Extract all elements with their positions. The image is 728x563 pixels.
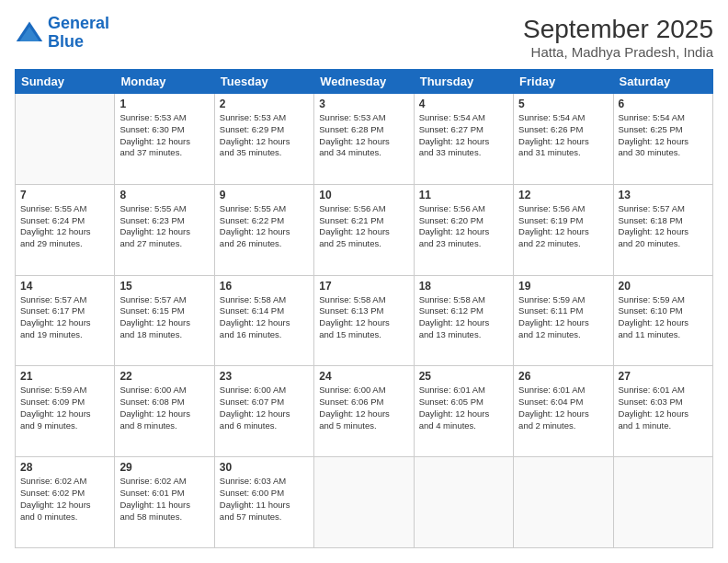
day-number: 28 — [20, 461, 109, 474]
day-number: 20 — [619, 280, 708, 293]
day-number: 21 — [20, 370, 109, 383]
day-info: Sunrise: 6:03 AMSunset: 6:00 PMDaylight:… — [220, 476, 309, 523]
calendar-cell: 4Sunrise: 5:54 AMSunset: 6:27 PMDaylight… — [414, 94, 513, 185]
calendar-cell: 27Sunrise: 6:01 AMSunset: 6:03 PMDayligh… — [613, 366, 712, 457]
day-info: Sunrise: 6:01 AMSunset: 6:05 PMDaylight:… — [419, 385, 508, 431]
logo-line2: Blue — [48, 32, 84, 51]
calendar-week-4: 21Sunrise: 5:59 AMSunset: 6:09 PMDayligh… — [16, 366, 713, 457]
calendar-cell: 12Sunrise: 5:56 AMSunset: 6:19 PMDayligh… — [514, 184, 613, 275]
logo-line1: General — [48, 14, 109, 32]
day-info: Sunrise: 5:57 AMSunset: 6:17 PMDaylight:… — [20, 294, 109, 341]
calendar-cell: 16Sunrise: 5:58 AMSunset: 6:14 PMDayligh… — [214, 275, 313, 366]
day-number: 9 — [220, 189, 309, 201]
calendar-cell: 9Sunrise: 5:55 AMSunset: 6:22 PMDaylight… — [214, 184, 313, 275]
calendar-cell: 19Sunrise: 5:59 AMSunset: 6:11 PMDayligh… — [514, 275, 613, 366]
day-number: 4 — [419, 98, 508, 110]
calendar-table: Sunday Monday Tuesday Wednesday Thursday… — [15, 69, 713, 548]
calendar-cell — [314, 457, 414, 548]
day-info: Sunrise: 5:54 AMSunset: 6:26 PMDaylight:… — [518, 112, 608, 159]
day-number: 6 — [619, 98, 708, 110]
day-number: 10 — [319, 189, 408, 201]
calendar-cell: 18Sunrise: 5:58 AMSunset: 6:12 PMDayligh… — [414, 275, 513, 366]
day-number: 23 — [220, 370, 309, 383]
day-info: Sunrise: 6:02 AMSunset: 6:02 PMDaylight:… — [20, 476, 109, 523]
col-friday: Friday — [514, 70, 613, 94]
day-number: 13 — [619, 189, 708, 201]
main-title: September 2025 — [523, 15, 713, 44]
day-number: 22 — [119, 370, 209, 383]
day-info: Sunrise: 5:53 AMSunset: 6:30 PMDaylight:… — [119, 112, 209, 159]
col-wednesday: Wednesday — [314, 70, 414, 94]
day-info: Sunrise: 6:00 AMSunset: 6:08 PMDaylight:… — [119, 385, 209, 431]
day-number: 19 — [518, 280, 608, 293]
day-number: 24 — [319, 370, 408, 383]
day-number: 29 — [119, 461, 209, 474]
header: General Blue September 2025 Hatta, Madhy… — [15, 15, 713, 60]
day-info: Sunrise: 6:00 AMSunset: 6:07 PMDaylight:… — [220, 385, 309, 431]
calendar-cell: 11Sunrise: 5:56 AMSunset: 6:20 PMDayligh… — [414, 184, 513, 275]
calendar-cell: 25Sunrise: 6:01 AMSunset: 6:05 PMDayligh… — [414, 366, 513, 457]
day-number: 2 — [220, 98, 309, 110]
day-number: 26 — [518, 370, 608, 383]
day-info: Sunrise: 5:53 AMSunset: 6:29 PMDaylight:… — [220, 112, 309, 159]
day-info: Sunrise: 5:54 AMSunset: 6:25 PMDaylight:… — [619, 112, 708, 159]
calendar-cell: 20Sunrise: 5:59 AMSunset: 6:10 PMDayligh… — [613, 275, 712, 366]
calendar-cell: 5Sunrise: 5:54 AMSunset: 6:26 PMDaylight… — [514, 94, 613, 185]
calendar-cell: 29Sunrise: 6:02 AMSunset: 6:01 PMDayligh… — [115, 457, 214, 548]
calendar-cell: 1Sunrise: 5:53 AMSunset: 6:30 PMDaylight… — [115, 94, 214, 185]
col-monday: Monday — [115, 70, 214, 94]
day-number: 25 — [419, 370, 508, 383]
calendar-week-5: 28Sunrise: 6:02 AMSunset: 6:02 PMDayligh… — [16, 457, 713, 548]
day-number: 17 — [319, 280, 408, 293]
calendar-cell — [514, 457, 613, 548]
day-info: Sunrise: 5:57 AMSunset: 6:18 PMDaylight:… — [619, 203, 708, 250]
calendar-cell: 15Sunrise: 5:57 AMSunset: 6:15 PMDayligh… — [115, 275, 214, 366]
day-number: 15 — [119, 280, 209, 293]
col-sunday: Sunday — [16, 70, 115, 94]
day-number: 30 — [220, 461, 309, 474]
day-number: 8 — [119, 189, 209, 201]
calendar-cell — [613, 457, 712, 548]
calendar-week-3: 14Sunrise: 5:57 AMSunset: 6:17 PMDayligh… — [16, 275, 713, 366]
calendar-cell: 30Sunrise: 6:03 AMSunset: 6:00 PMDayligh… — [214, 457, 313, 548]
day-info: Sunrise: 5:55 AMSunset: 6:23 PMDaylight:… — [119, 203, 209, 250]
day-info: Sunrise: 5:57 AMSunset: 6:15 PMDaylight:… — [119, 294, 209, 341]
day-number: 12 — [518, 189, 608, 201]
day-number: 14 — [20, 280, 109, 293]
logo-text: General Blue — [48, 15, 109, 52]
calendar-cell: 24Sunrise: 6:00 AMSunset: 6:06 PMDayligh… — [314, 366, 414, 457]
calendar-cell: 2Sunrise: 5:53 AMSunset: 6:29 PMDaylight… — [214, 94, 313, 185]
calendar-cell: 23Sunrise: 6:00 AMSunset: 6:07 PMDayligh… — [214, 366, 313, 457]
day-info: Sunrise: 5:58 AMSunset: 6:14 PMDaylight:… — [220, 294, 309, 341]
day-info: Sunrise: 5:55 AMSunset: 6:24 PMDaylight:… — [20, 203, 109, 250]
day-info: Sunrise: 5:59 AMSunset: 6:09 PMDaylight:… — [20, 385, 109, 431]
day-info: Sunrise: 6:01 AMSunset: 6:03 PMDaylight:… — [619, 385, 708, 431]
calendar-cell: 7Sunrise: 5:55 AMSunset: 6:24 PMDaylight… — [16, 184, 115, 275]
day-number: 11 — [419, 189, 508, 201]
day-info: Sunrise: 5:59 AMSunset: 6:10 PMDaylight:… — [619, 294, 708, 341]
calendar-week-2: 7Sunrise: 5:55 AMSunset: 6:24 PMDaylight… — [16, 184, 713, 275]
col-saturday: Saturday — [613, 70, 712, 94]
day-info: Sunrise: 5:54 AMSunset: 6:27 PMDaylight:… — [419, 112, 508, 159]
calendar-cell: 3Sunrise: 5:53 AMSunset: 6:28 PMDaylight… — [314, 94, 414, 185]
day-info: Sunrise: 5:55 AMSunset: 6:22 PMDaylight:… — [220, 203, 309, 250]
page: General Blue September 2025 Hatta, Madhy… — [0, 0, 728, 563]
day-number: 7 — [20, 189, 109, 201]
calendar-cell: 13Sunrise: 5:57 AMSunset: 6:18 PMDayligh… — [613, 184, 712, 275]
col-tuesday: Tuesday — [214, 70, 313, 94]
calendar-cell: 14Sunrise: 5:57 AMSunset: 6:17 PMDayligh… — [16, 275, 115, 366]
day-info: Sunrise: 5:58 AMSunset: 6:13 PMDaylight:… — [319, 294, 408, 341]
day-info: Sunrise: 5:56 AMSunset: 6:19 PMDaylight:… — [518, 203, 608, 250]
day-number: 16 — [220, 280, 309, 293]
title-block: September 2025 Hatta, Madhya Pradesh, In… — [523, 15, 713, 60]
day-info: Sunrise: 5:56 AMSunset: 6:20 PMDaylight:… — [419, 203, 508, 250]
day-number: 5 — [518, 98, 608, 110]
logo: General Blue — [15, 15, 109, 52]
calendar-cell — [414, 457, 513, 548]
calendar-cell: 6Sunrise: 5:54 AMSunset: 6:25 PMDaylight… — [613, 94, 712, 185]
calendar-cell: 26Sunrise: 6:01 AMSunset: 6:04 PMDayligh… — [514, 366, 613, 457]
col-thursday: Thursday — [414, 70, 513, 94]
day-number: 27 — [619, 370, 708, 383]
logo-icon — [15, 18, 44, 48]
day-info: Sunrise: 5:56 AMSunset: 6:21 PMDaylight:… — [319, 203, 408, 250]
